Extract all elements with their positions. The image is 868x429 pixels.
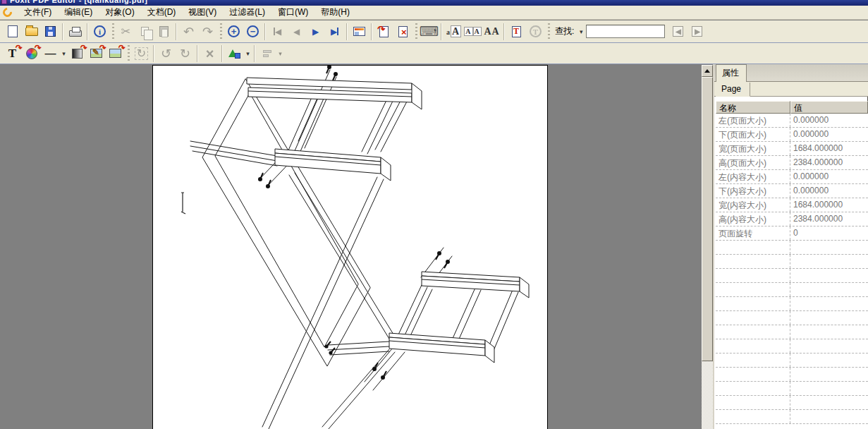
property-row[interactable]: 页面旋转0	[716, 226, 868, 241]
insert-image-button[interactable]: ↷	[106, 44, 125, 63]
menu-view[interactable]: 视图(V)	[182, 5, 223, 20]
align-objects-button[interactable]	[257, 44, 276, 63]
open-folder-icon	[25, 28, 38, 36]
empty-row	[716, 410, 868, 424]
paste-button[interactable]	[154, 23, 173, 41]
align-icon	[263, 50, 271, 57]
rotate-right-icon: ↻	[180, 47, 190, 60]
redo-button[interactable]: ↷	[198, 23, 217, 41]
keyboard-icon: ⌨	[420, 25, 439, 38]
window-title: Foxit PDF Editor - [qiankuang.pdf]	[10, 0, 147, 4]
save-button[interactable]	[41, 23, 60, 41]
last-page-button[interactable]: ▶	[325, 23, 344, 41]
edit-text-object-button[interactable]: T↷	[3, 44, 22, 63]
find-next-button[interactable]: ▶	[687, 23, 707, 41]
empty-row	[716, 325, 868, 339]
frame-assembly-drawing	[153, 66, 547, 429]
next-page-icon: ▶	[312, 27, 319, 37]
property-row[interactable]: 宽(内容大小)1684.000000	[716, 198, 868, 212]
menu-window[interactable]: 窗口(W)	[271, 5, 314, 20]
menu-file[interactable]: 文件(F)	[18, 5, 58, 20]
font-tracking-button[interactable]: AA	[482, 23, 501, 41]
page-tab[interactable]: Page	[716, 83, 750, 97]
app-logo-icon	[1, 6, 13, 18]
virtual-keyboard-button[interactable]: ⌨	[420, 23, 439, 41]
rotate-right-button[interactable]: ↻	[176, 44, 195, 63]
line-style-dropdown[interactable]: ▾	[60, 50, 68, 57]
empty-row	[716, 382, 868, 396]
text-caret	[181, 193, 185, 214]
insert-shape-button[interactable]	[225, 44, 244, 63]
scrollbar-track[interactable]	[702, 361, 713, 429]
line-style-button[interactable]: —	[41, 44, 60, 63]
line-icon: —	[45, 48, 56, 59]
font-size-button[interactable]: aA	[444, 23, 463, 41]
info-icon: i	[94, 25, 106, 37]
new-document-icon	[8, 25, 18, 37]
menu-help[interactable]: 帮助(H)	[314, 5, 356, 20]
edit-image-button[interactable]: ✎↷	[87, 44, 106, 63]
cut-button[interactable]: ✂	[116, 23, 135, 41]
rotate-left-button[interactable]: ↺	[157, 44, 176, 63]
scroll-up-button[interactable]	[702, 65, 713, 77]
next-page-button[interactable]: ▶	[306, 23, 325, 41]
empty-row	[716, 354, 868, 368]
properties-tab[interactable]: 属性	[716, 64, 747, 82]
find-input[interactable]	[586, 25, 665, 38]
find-options-dropdown[interactable]: ▾	[576, 25, 586, 38]
property-row[interactable]: 高(页面大小)2384.000000	[716, 156, 868, 170]
document-info-button[interactable]: i	[90, 23, 109, 41]
empty-row	[716, 339, 868, 354]
new-document-button[interactable]	[3, 23, 22, 41]
copy-button[interactable]	[135, 23, 154, 41]
menu-object[interactable]: 对象(O)	[99, 5, 140, 20]
property-row[interactable]: 左(内容大小)0.000000	[716, 170, 868, 184]
property-row[interactable]: 高(内容大小)2384.000000	[716, 212, 868, 226]
last-page-icon	[337, 28, 338, 35]
find-previous-button[interactable]: ◀	[668, 23, 687, 41]
page-thumbnails-button[interactable]	[350, 23, 369, 41]
font-kerning-button[interactable]: AA	[463, 23, 482, 41]
delete-page-button[interactable]: ×	[393, 23, 412, 41]
menu-edit[interactable]: 编辑(E)	[58, 5, 99, 20]
redo-icon: ↷	[202, 25, 213, 38]
font-tracking-icon: AA	[484, 26, 499, 37]
empty-row	[716, 283, 868, 297]
edit-color-button[interactable]: ↷	[22, 44, 41, 63]
undo-button[interactable]: ↶	[179, 23, 198, 41]
add-text-button[interactable]: T	[507, 23, 526, 41]
scrollbar-thumb[interactable]	[702, 77, 713, 361]
print-button[interactable]	[66, 23, 85, 41]
property-row[interactable]: 下(页面大小)0.000000	[716, 128, 868, 142]
column-value[interactable]: 值	[790, 101, 868, 114]
column-name[interactable]: 名称	[716, 101, 790, 114]
empty-row	[716, 396, 868, 410]
insert-shape-dropdown[interactable]: ▾	[244, 50, 252, 57]
text-mode-button[interactable]: T	[526, 23, 545, 41]
zoom-in-button[interactable]: +	[224, 23, 243, 41]
property-row[interactable]: 下(内容大小)0.000000	[716, 184, 868, 198]
menu-bar: 文件(F) 编辑(E) 对象(O) 文档(D) 视图(V) 过滤器(L) 窗口(…	[0, 6, 868, 20]
canvas-scrollbar[interactable]	[702, 65, 713, 429]
delete-object-button[interactable]: ×	[200, 44, 219, 63]
transform-object-button[interactable]: ↻	[132, 44, 151, 63]
previous-page-button[interactable]: ◀	[287, 23, 306, 41]
property-row[interactable]: 宽(页面大小)1684.000000	[716, 142, 868, 156]
font-kerning-icon: AA	[464, 28, 481, 35]
first-page-button[interactable]: ◀	[268, 23, 287, 41]
properties-panel-header: 属性	[714, 64, 868, 82]
printer-icon	[69, 30, 82, 37]
document-page[interactable]	[152, 65, 548, 429]
menu-filter[interactable]: 过滤器(L)	[223, 5, 271, 20]
insert-page-button[interactable]: ↷	[374, 23, 393, 41]
application-window: Foxit PDF Editor - [qiankuang.pdf] 文件(F)…	[0, 0, 868, 429]
menu-document[interactable]: 文档(D)	[141, 5, 183, 20]
gradient-button[interactable]: ↷	[68, 44, 87, 63]
empty-row	[716, 311, 868, 325]
align-objects-dropdown[interactable]: ▾	[276, 50, 284, 57]
zoom-out-button[interactable]: −	[243, 23, 262, 41]
property-row[interactable]: 左(页面大小)0.000000	[716, 114, 868, 128]
workspace: 属性 Page 名称 值 左(页面大小)0.000000 下(页面大小)0.00…	[0, 64, 868, 429]
open-button[interactable]	[22, 23, 41, 41]
delete-icon: ×	[206, 47, 214, 61]
